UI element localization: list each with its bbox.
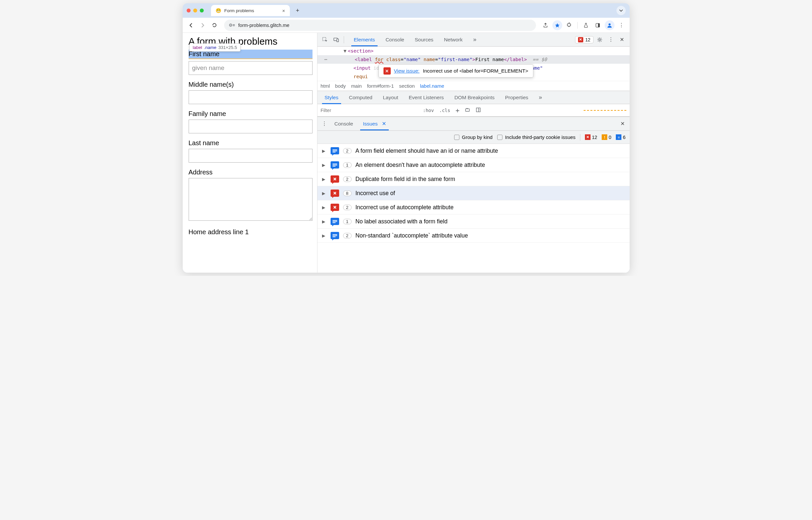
issue-popup-text: Incorrect use of <label for=FORM_ELEMENT… bbox=[423, 68, 528, 74]
expand-icon[interactable]: ▶ bbox=[322, 219, 327, 224]
window-controls bbox=[187, 8, 204, 12]
devtools-header: Elements Console Sources Network » ✕ 12 … bbox=[318, 33, 630, 47]
last-name-input[interactable] bbox=[188, 149, 312, 163]
view-issue-link[interactable]: View issue: bbox=[394, 68, 420, 74]
tab-computed[interactable]: Computed bbox=[345, 91, 377, 104]
expand-icon[interactable]: ▶ bbox=[322, 205, 327, 210]
issue-severity-icon bbox=[331, 232, 339, 239]
devtools-menu-button[interactable]: ⋮ bbox=[606, 35, 616, 45]
reload-button[interactable] bbox=[210, 20, 220, 30]
issue-row[interactable]: ▶2A form field element should have an id… bbox=[318, 144, 630, 158]
first-name-input[interactable] bbox=[188, 61, 312, 75]
issue-row[interactable]: ▶1No label associated with a form field bbox=[318, 214, 630, 229]
cls-toggle[interactable]: .cls bbox=[436, 106, 453, 114]
drawer-close-button[interactable]: ✕ bbox=[618, 119, 628, 129]
tab-console[interactable]: Console bbox=[381, 33, 409, 46]
issue-text: Non-standard `autocomplete` attribute va… bbox=[356, 232, 468, 239]
expand-icon[interactable]: ▶ bbox=[322, 163, 327, 167]
tab-dom-breakpoints[interactable]: DOM Breakpoints bbox=[450, 91, 499, 104]
issue-text: Incorrect use of autocomplete attribute bbox=[356, 204, 454, 211]
toolbar-divider bbox=[577, 22, 578, 29]
bookmark-button[interactable] bbox=[552, 20, 562, 30]
profile-button[interactable] bbox=[605, 20, 614, 30]
svg-rect-9 bbox=[333, 150, 337, 150]
issue-row[interactable]: ▶2Incorrect use of autocomplete attribut… bbox=[318, 200, 630, 214]
rendering-button[interactable] bbox=[462, 106, 473, 115]
drawer-tab-issues[interactable]: Issues ✕ bbox=[358, 118, 390, 130]
drawer-menu-button[interactable]: ⋮ bbox=[320, 119, 329, 129]
svg-rect-20 bbox=[333, 236, 335, 237]
close-tab-icon[interactable]: × bbox=[282, 8, 285, 14]
address-textarea[interactable] bbox=[188, 178, 312, 221]
computed-toggle-button[interactable] bbox=[473, 106, 484, 115]
issue-row[interactable]: ▶1An element doesn't have an autocomplet… bbox=[318, 158, 630, 172]
error-count-badge[interactable]: ✕ 12 bbox=[575, 36, 593, 43]
tab-sources[interactable]: Sources bbox=[410, 33, 438, 46]
issue-row[interactable]: ▶2Duplicate form field id in the same fo… bbox=[318, 172, 630, 186]
third-party-cookies-checkbox[interactable]: Include third-party cookie issues bbox=[497, 134, 576, 140]
share-button[interactable] bbox=[540, 20, 551, 30]
last-name-label: Last name bbox=[188, 139, 312, 147]
family-name-input[interactable] bbox=[188, 120, 312, 133]
tab-favicon: 😬 bbox=[215, 8, 221, 13]
browser-menu-button[interactable]: ⋮ bbox=[616, 20, 626, 30]
minimize-window[interactable] bbox=[193, 8, 197, 12]
close-issues-tab-icon[interactable]: ✕ bbox=[382, 121, 386, 127]
svg-rect-16 bbox=[333, 222, 337, 222]
tab-properties[interactable]: Properties bbox=[501, 91, 533, 104]
close-window[interactable] bbox=[187, 8, 191, 12]
back-button[interactable] bbox=[186, 20, 196, 30]
expand-icon[interactable]: ▶ bbox=[322, 191, 327, 196]
family-name-label: Family name bbox=[188, 110, 312, 118]
svg-rect-13 bbox=[333, 165, 337, 165]
inspect-element-button[interactable] bbox=[320, 35, 330, 45]
issue-severity-icon bbox=[331, 204, 339, 211]
svg-rect-5 bbox=[336, 39, 338, 42]
devtools-close-button[interactable]: ✕ bbox=[617, 35, 627, 45]
side-panel-button[interactable] bbox=[593, 20, 603, 30]
issue-row[interactable]: ▶8Incorrect use of bbox=[318, 186, 630, 200]
issue-text: Incorrect use of bbox=[356, 190, 395, 197]
extensions-button[interactable] bbox=[564, 20, 574, 30]
error-icon: ✕ bbox=[383, 67, 391, 75]
chevron-down-icon bbox=[619, 8, 623, 12]
forward-button[interactable] bbox=[198, 20, 208, 30]
issue-text: No label associated with a form field bbox=[356, 218, 448, 225]
browser-tab[interactable]: 😬 Form problems × bbox=[211, 5, 290, 16]
devtools-settings-button[interactable] bbox=[595, 35, 605, 45]
tab-network[interactable]: Network bbox=[439, 33, 467, 46]
maximize-window[interactable] bbox=[200, 8, 204, 12]
expand-icon[interactable]: ▶ bbox=[322, 177, 327, 182]
tab-elements[interactable]: Elements bbox=[349, 33, 380, 46]
error-badge-icon: ✕ bbox=[578, 37, 583, 42]
labs-button[interactable] bbox=[581, 20, 591, 30]
dom-breadcrumb[interactable]: html body main form#form-1 section label… bbox=[318, 81, 630, 91]
tabs-overflow[interactable]: » bbox=[468, 33, 481, 46]
site-settings-icon[interactable]: ⚙≡ bbox=[229, 23, 235, 28]
tab-styles[interactable]: Styles bbox=[320, 91, 343, 104]
middle-name-input[interactable] bbox=[188, 90, 312, 104]
issue-severity-icon bbox=[331, 175, 339, 183]
expand-icon[interactable]: ▶ bbox=[322, 149, 327, 153]
tab-layout[interactable]: Layout bbox=[378, 91, 403, 104]
new-style-rule-button[interactable]: + bbox=[453, 105, 462, 115]
styles-filter-input[interactable] bbox=[321, 108, 420, 113]
tab-title: Form problems bbox=[224, 8, 254, 13]
issue-row[interactable]: ▶2Non-standard `autocomplete` attribute … bbox=[318, 229, 630, 243]
new-tab-button[interactable]: + bbox=[293, 5, 303, 16]
tab-event-listeners[interactable]: Event Listeners bbox=[404, 91, 449, 104]
dom-tree[interactable]: ▼ <section> ⋯ <label for class="name" na… bbox=[318, 47, 630, 91]
group-by-kind-checkbox[interactable]: Group by kind bbox=[454, 134, 492, 140]
expand-icon[interactable]: ▶ bbox=[322, 233, 327, 238]
drawer-tab-console[interactable]: Console bbox=[330, 118, 358, 130]
issue-text: A form field element should have an id o… bbox=[356, 148, 498, 154]
issue-text: Duplicate form field id in the same form bbox=[356, 176, 455, 183]
devtools-tabs: Elements Console Sources Network » bbox=[349, 33, 574, 46]
device-toolbar-button[interactable] bbox=[331, 35, 341, 45]
address-bar[interactable]: ⚙≡ form-problems.glitch.me bbox=[224, 20, 536, 31]
browser-toolbar: ⚙≡ form-problems.glitch.me ⋮ bbox=[183, 18, 630, 33]
hov-toggle[interactable]: :hov bbox=[420, 106, 437, 114]
styles-tabs-overflow[interactable]: » bbox=[534, 91, 547, 104]
tab-search-button[interactable] bbox=[616, 6, 626, 15]
dom-context-menu-icon[interactable]: ⋯ bbox=[322, 57, 330, 62]
